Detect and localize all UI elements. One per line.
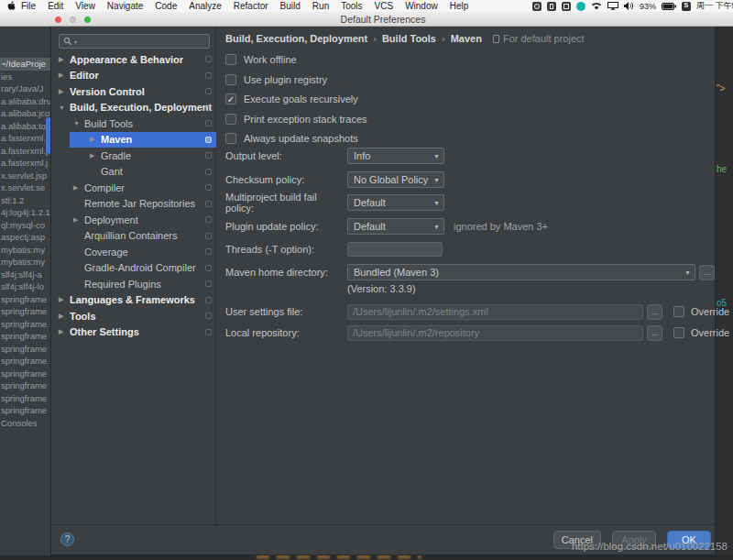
checkbox[interactable] <box>225 74 236 85</box>
user-settings-file-input[interactable]: /Users/lijunlin/.m2/settings.xml <box>347 304 643 320</box>
apple-menu-icon[interactable] <box>7 1 16 11</box>
app-grid-icon[interactable] <box>562 2 571 11</box>
menu-item-run[interactable]: Run <box>312 1 329 11</box>
s-app-icon[interactable] <box>682 2 691 11</box>
chevron-down-icon: ▼ <box>433 177 440 183</box>
sidebar-item-label: Tools <box>70 311 96 322</box>
sidebar-item-tools[interactable]: ▶Tools <box>51 308 216 324</box>
sidebar-item-coverage[interactable]: Coverage <box>51 244 216 260</box>
sidebar-item-required-plugins[interactable]: Required Plugins <box>51 276 216 292</box>
local-repository-input[interactable]: /Users/lijunlin/.m2/repository <box>347 325 643 341</box>
menu-item-edit[interactable]: Edit <box>48 1 63 11</box>
menu-item-window[interactable]: Window <box>405 1 438 11</box>
sidebar-item-gradle-android-compiler[interactable]: Gradle-Android Compiler <box>51 260 216 277</box>
checkbox[interactable] <box>225 133 236 144</box>
breadcrumb-segment[interactable]: Maven <box>451 33 482 44</box>
option-row-print-exception-stack-traces[interactable]: Print exception stack traces <box>225 113 367 126</box>
menu-item-file[interactable]: File <box>21 1 36 11</box>
menu-item-code[interactable]: Code <box>155 1 177 11</box>
user-settings-file-override[interactable]: Override <box>673 306 729 317</box>
sidebar-item-appearance-behavior[interactable]: ▶Appearance & Behavior <box>51 51 216 68</box>
close-window-button[interactable] <box>55 16 61 23</box>
menu-item-refactor[interactable]: Refactor <box>234 1 268 11</box>
row-badge-icon <box>205 184 212 191</box>
maven-home-directory-select[interactable]: Bundled (Maven 3)▼ <box>347 264 695 280</box>
app-circle-icon[interactable] <box>532 2 542 11</box>
sidebar-item-arquillian-containers[interactable]: Arquillian Containers <box>51 228 216 245</box>
option-row-always-update-snapshots[interactable]: Always update snapshots <box>225 132 358 145</box>
menu-item-analyze[interactable]: Analyze <box>189 1 222 11</box>
background-project-item: ql:mysql-co <box>0 219 52 232</box>
field-label: User settings file: <box>225 306 347 317</box>
select-value: Info <box>354 150 433 161</box>
field-row-multiproject-build-fail-policy: Multiproject build fail policy:Default▼ <box>225 194 444 211</box>
row-badge-icon <box>205 152 212 159</box>
search-icon <box>63 37 72 46</box>
row-badge-icon <box>205 169 212 175</box>
minimize-window-button[interactable] <box>70 16 76 23</box>
breadcrumb-segment[interactable]: Build Tools <box>382 33 436 44</box>
field-row-threads-t-option: Threads (-T option): <box>225 241 443 258</box>
checkbox[interactable] <box>225 114 236 125</box>
checksum-policy-select[interactable]: No Global Policy▼ <box>347 171 444 188</box>
background-editor-strip: "> he o5 <box>715 27 733 555</box>
row-badge-icon <box>205 265 212 271</box>
sidebar-item-label: Arquillian Containers <box>84 230 178 241</box>
sidebar-item-deployment[interactable]: ▶Deployment <box>51 212 216 228</box>
volume-icon[interactable] <box>624 2 634 10</box>
chevron-down-icon: ▼ <box>433 200 440 206</box>
menu-item-view[interactable]: View <box>75 1 95 11</box>
settings-search-input[interactable]: ▾ <box>59 34 210 49</box>
sidebar-item-label: Languages & Frameworks <box>70 294 195 305</box>
row-badge-icon <box>205 120 212 126</box>
background-project-item: a.alibaba:jco <box>0 107 52 120</box>
breadcrumb-separator: › <box>373 33 377 44</box>
sidebar-item-gant[interactable]: Gant <box>51 164 216 181</box>
sidebar-item-other-settings[interactable]: ▶Other Settings <box>51 324 216 341</box>
option-row-execute-goals-recursively[interactable]: ✓Execute goals recursively <box>225 93 358 105</box>
chevron-right-icon: ▶ <box>59 88 70 95</box>
airplay-icon[interactable] <box>607 2 618 10</box>
override-checkbox[interactable] <box>673 327 684 338</box>
battery-icon[interactable] <box>662 3 676 10</box>
sidebar-item-editor[interactable]: ▶Editor <box>51 68 216 84</box>
user-settings-file-browse-button[interactable]: ... <box>647 304 662 320</box>
sidebar-item-languages-frameworks[interactable]: ▶Languages & Frameworks <box>51 292 216 309</box>
plugin-update-policy-select[interactable]: Default▼ <box>347 218 444 235</box>
local-repository-browse-button[interactable]: ... <box>647 325 662 341</box>
row-badge-icon <box>205 329 212 335</box>
sidebar-item-version-control[interactable]: ▶Version Control <box>51 83 216 100</box>
threads-t-option-input[interactable] <box>347 242 443 257</box>
menu-item-vcs[interactable]: VCS <box>375 1 394 11</box>
wifi-icon[interactable] <box>591 2 602 10</box>
option-row-work-offline[interactable]: Work offline <box>225 53 297 66</box>
sidebar-item-build-execution-deployment[interactable]: ▼Build, Execution, Deployment <box>51 100 216 116</box>
output-level-select[interactable]: Info▼ <box>347 148 444 164</box>
app-teal-icon[interactable] <box>576 2 585 11</box>
row-badge-icon <box>205 56 212 62</box>
search-options-arrow-icon[interactable]: ▾ <box>74 38 77 45</box>
sidebar-item-gradle[interactable]: ▶Gradle <box>51 148 216 164</box>
sidebar-item-label: Gant <box>101 166 123 177</box>
sidebar-item-build-tools[interactable]: ▼Build Tools <box>51 115 216 132</box>
sidebar-item-remote-jar-repositories[interactable]: Remote Jar Repositories <box>51 196 216 213</box>
background-project-item: springframe <box>0 318 52 331</box>
multiproject-build-fail-policy-select[interactable]: Default▼ <box>347 194 444 211</box>
local-repository-override[interactable]: Override <box>673 327 729 338</box>
app-record-icon[interactable] <box>547 2 556 11</box>
zoom-window-button[interactable] <box>84 16 91 23</box>
checkbox[interactable]: ✓ <box>225 93 236 104</box>
override-checkbox[interactable] <box>673 306 684 317</box>
maven-home-directory-browse-button[interactable]: ... <box>699 265 715 280</box>
menu-item-tools[interactable]: Tools <box>341 1 362 11</box>
breadcrumb-segment[interactable]: Build, Execution, Deployment <box>225 33 367 44</box>
sidebar-item-compiler[interactable]: ▶Compiler <box>51 180 216 196</box>
menu-item-navigate[interactable]: Navigate <box>107 1 143 11</box>
help-button[interactable]: ? <box>60 533 74 546</box>
sidebar-item-maven[interactable]: ▶Maven <box>70 132 216 148</box>
menu-item-help[interactable]: Help <box>450 1 469 11</box>
checkbox[interactable] <box>225 54 236 65</box>
menu-clock[interactable]: 周一 下午5: <box>696 0 733 12</box>
option-row-use-plugin-registry[interactable]: Use plugin registry <box>225 73 327 86</box>
menu-item-build[interactable]: Build <box>280 1 301 11</box>
